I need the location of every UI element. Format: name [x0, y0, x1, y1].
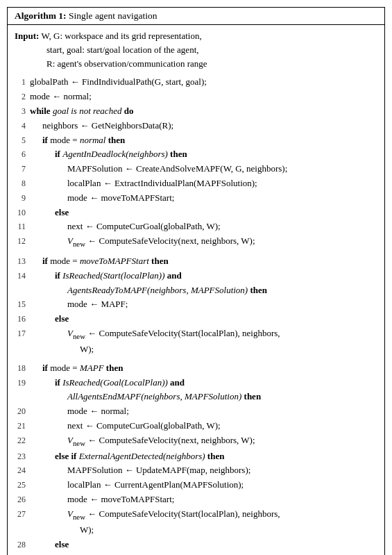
code-line-14-cont: AgentsReadyToMAPF(neighbors, MAPFSolutio… — [15, 283, 377, 298]
line-content: W); — [30, 523, 377, 538]
code-line-20: 20 mode ← normal; — [15, 404, 377, 419]
code-line-23: 23 else if ExternalAgentDetected(neighbo… — [15, 449, 377, 464]
line-content: MAPFSolution ← UpdateMAPF(map, neighbors… — [30, 463, 377, 478]
code-block: 1 globalPath ← FindIndividualPath(G, sta… — [15, 75, 377, 555]
input-label: Input: — [15, 31, 39, 41]
line-content: neighbors ← GetNeighborsData(R); — [30, 119, 377, 133]
code-line-12: 12 Vnew ← ComputeSafeVelocity(next, neig… — [15, 234, 377, 250]
code-line-2: 2 mode ← normal; — [15, 90, 377, 104]
input-block: Input: W, G: workspace and its grid repr… — [15, 29, 377, 71]
line-content: localPlan ← ExtractIndividualPlan(MAPFSo… — [30, 176, 377, 191]
code-line-15: 15 mode ← MAPF; — [15, 297, 377, 312]
line-content: if mode = MAPF then — [30, 361, 377, 376]
line-number: 5 — [15, 133, 30, 147]
input-line-2: start, goal: start/goal location of the … — [15, 44, 199, 55]
line-number — [15, 283, 30, 284]
line-number: 1 — [15, 75, 30, 89]
algorithm-box: Algorithm 1: Single agent navigation Inp… — [7, 7, 385, 555]
code-line-27: 27 Vnew ← ComputeSafeVelocity(Start(loca… — [15, 507, 377, 523]
line-number: 19 — [15, 376, 30, 390]
code-line-26: 26 mode ← moveToMAPFStart; — [15, 492, 377, 507]
line-content: mode ← moveToMAPFStart; — [30, 191, 377, 206]
code-line-1: 1 globalPath ← FindIndividualPath(G, sta… — [15, 75, 377, 90]
line-number: 3 — [15, 104, 30, 118]
code-line-29: 29 Vnew ← VelocityByPlan(localPlan); — [15, 552, 377, 555]
code-line-11: 11 next ← ComputeCurGoal(globalPath, W); — [15, 219, 377, 234]
line-content: W); — [30, 342, 377, 357]
line-number: 4 — [15, 119, 30, 133]
line-number: 11 — [15, 219, 30, 233]
line-number: 20 — [15, 404, 30, 418]
line-number: 22 — [15, 433, 30, 447]
line-number: 16 — [15, 312, 30, 326]
line-content: Vnew ← VelocityByPlan(localPlan); — [30, 552, 377, 555]
algorithm-title: Single agent navigation — [67, 10, 157, 21]
line-number — [15, 342, 30, 343]
code-line-5: 5 if mode = normal then — [15, 133, 377, 148]
line-number: 14 — [15, 269, 30, 283]
line-content: else — [30, 312, 377, 326]
code-line-13: 13 if mode = moveToMAPFStart then — [15, 254, 377, 269]
line-number — [15, 390, 30, 390]
algorithm-label: Algorithm 1: — [15, 10, 67, 21]
code-line-9: 9 mode ← moveToMAPFStart; — [15, 191, 377, 206]
line-content: AgentsReadyToMAPF(neighbors, MAPFSolutio… — [30, 283, 377, 298]
code-line-22: 22 Vnew ← ComputeSafeVelocity(next, neig… — [15, 433, 377, 449]
line-number: 7 — [15, 162, 30, 176]
line-content: if IsReached(Goal(LocalPlan)) and — [30, 376, 377, 390]
line-number: 6 — [15, 147, 30, 161]
line-number: 28 — [15, 538, 30, 552]
code-line-7: 7 MAPFSolution ← CreateAndSolveMAPF(W, G… — [15, 162, 377, 176]
line-content: else if ExternalAgentDetected(neighbors)… — [30, 449, 377, 464]
line-content: next ← ComputeCurGoal(globalPath, W); — [30, 419, 377, 433]
code-line-19: 19 if IsReached(Goal(LocalPlan)) and — [15, 376, 377, 390]
algorithm-header: Algorithm 1: Single agent navigation — [8, 8, 384, 25]
line-number: 12 — [15, 234, 30, 248]
line-number: 9 — [15, 191, 30, 205]
code-line-17-cont: W); — [15, 342, 377, 357]
line-content: mode ← normal; — [30, 404, 377, 419]
line-number: 29 — [15, 552, 30, 555]
line-content: Vnew ← ComputeSafeVelocity(next, neighbo… — [30, 433, 377, 449]
line-number: 17 — [15, 326, 30, 340]
line-content: if AgentInDeadlock(neighbors) then — [30, 147, 377, 162]
line-content: mode ← MAPF; — [30, 297, 377, 312]
line-number: 18 — [15, 361, 30, 375]
line-number: 13 — [15, 254, 30, 268]
line-number: 15 — [15, 297, 30, 311]
line-content: localPlan ← CurrentAgentPlan(MAPFSolutio… — [30, 478, 377, 492]
line-number: 25 — [15, 478, 30, 492]
line-content: MAPFSolution ← CreateAndSolveMAPF(W, G, … — [30, 162, 377, 176]
code-line-21: 21 next ← ComputeCurGoal(globalPath, W); — [15, 419, 377, 433]
code-line-4: 4 neighbors ← GetNeighborsData(R); — [15, 119, 377, 133]
line-number — [15, 523, 30, 524]
line-content: else — [30, 206, 377, 220]
code-line-3: 3 while goal is not reached do — [15, 104, 377, 119]
line-number: 8 — [15, 176, 30, 190]
code-line-25: 25 localPlan ← CurrentAgentPlan(MAPFSolu… — [15, 478, 377, 492]
line-content: if mode = normal then — [30, 133, 377, 148]
line-content: Vnew ← ComputeSafeVelocity(Start(localPl… — [30, 326, 377, 342]
code-line-17: 17 Vnew ← ComputeSafeVelocity(Start(loca… — [15, 326, 377, 342]
line-number: 27 — [15, 507, 30, 521]
line-number: 10 — [15, 206, 30, 219]
code-line-27-cont: W); — [15, 523, 377, 538]
line-content: else — [30, 538, 377, 552]
line-content: Vnew ← ComputeSafeVelocity(Start(localPl… — [30, 507, 377, 523]
line-content: if IsReached(Start(localPlan)) and — [30, 269, 377, 283]
line-content: while goal is not reached do — [30, 104, 377, 119]
line-content: Vnew ← ComputeSafeVelocity(next, neighbo… — [30, 234, 377, 250]
code-line-24: 24 MAPFSolution ← UpdateMAPF(map, neighb… — [15, 463, 377, 478]
code-line-14: 14 if IsReached(Start(localPlan)) and — [15, 269, 377, 283]
line-number: 2 — [15, 90, 30, 103]
line-content: mode ← normal; — [30, 90, 377, 104]
line-content: if mode = moveToMAPFStart then — [30, 254, 377, 269]
algorithm-body: Input: W, G: workspace and its grid repr… — [8, 25, 384, 555]
input-line-1: W, G: workspace and its grid representat… — [41, 31, 201, 41]
line-content: next ← ComputeCurGoal(globalPath, W); — [30, 219, 377, 234]
line-content: mode ← moveToMAPFStart; — [30, 492, 377, 507]
line-number: 21 — [15, 419, 30, 433]
code-line-28: 28 else — [15, 538, 377, 552]
code-line-10: 10 else — [15, 206, 377, 220]
line-number: 24 — [15, 463, 30, 477]
